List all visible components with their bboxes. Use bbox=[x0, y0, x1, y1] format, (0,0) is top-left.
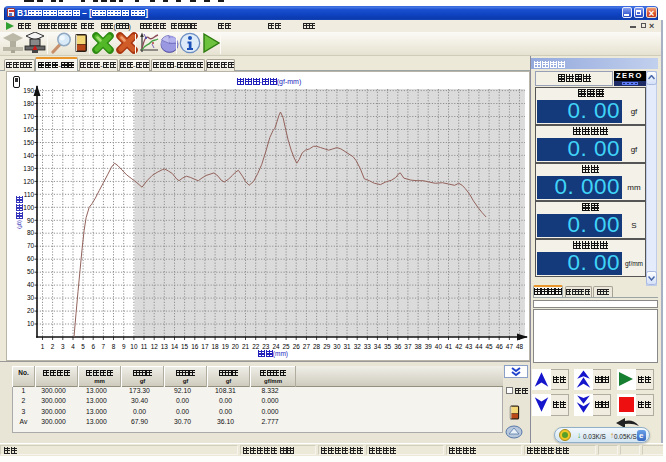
svg-text:38: 38 bbox=[415, 343, 423, 350]
svg-text:47: 47 bbox=[506, 343, 514, 350]
svg-text:9: 9 bbox=[122, 343, 126, 350]
svg-text:130: 130 bbox=[23, 165, 34, 172]
svg-text:43: 43 bbox=[465, 343, 473, 350]
svg-text:45: 45 bbox=[486, 343, 494, 350]
svg-text:34: 34 bbox=[374, 343, 382, 350]
svg-text:25: 25 bbox=[283, 343, 291, 350]
svg-text:30: 30 bbox=[27, 294, 35, 301]
svg-text:60: 60 bbox=[27, 255, 35, 262]
svg-text:37: 37 bbox=[404, 343, 412, 350]
svg-text:46: 46 bbox=[496, 343, 504, 350]
svg-text:70: 70 bbox=[27, 242, 35, 249]
svg-text:15: 15 bbox=[181, 343, 189, 350]
svg-text:4: 4 bbox=[71, 343, 75, 350]
svg-text:19: 19 bbox=[222, 343, 230, 350]
svg-text:150: 150 bbox=[23, 139, 34, 146]
svg-text:24: 24 bbox=[272, 343, 280, 350]
svg-text:13: 13 bbox=[161, 343, 169, 350]
svg-text:50: 50 bbox=[27, 268, 35, 275]
svg-text:120: 120 bbox=[23, 178, 34, 185]
svg-text:28: 28 bbox=[313, 343, 321, 350]
svg-text:41: 41 bbox=[445, 343, 453, 350]
svg-text:39: 39 bbox=[425, 343, 433, 350]
svg-text:90: 90 bbox=[27, 217, 35, 224]
svg-text:17: 17 bbox=[201, 343, 209, 350]
svg-text:110: 110 bbox=[24, 191, 35, 198]
svg-text:31: 31 bbox=[343, 343, 351, 350]
svg-text:22: 22 bbox=[252, 343, 260, 350]
svg-text:30: 30 bbox=[333, 343, 341, 350]
svg-text:48: 48 bbox=[516, 343, 524, 350]
svg-text:26: 26 bbox=[293, 343, 301, 350]
svg-text:27: 27 bbox=[303, 343, 311, 350]
svg-text:100: 100 bbox=[23, 204, 34, 211]
svg-text:18: 18 bbox=[212, 343, 220, 350]
svg-text:10: 10 bbox=[130, 343, 138, 350]
svg-text:21: 21 bbox=[242, 343, 250, 350]
svg-text:40: 40 bbox=[27, 281, 35, 288]
svg-text:140: 140 bbox=[23, 152, 34, 159]
svg-text:6: 6 bbox=[91, 343, 95, 350]
svg-text:5: 5 bbox=[81, 343, 85, 350]
svg-text:7: 7 bbox=[102, 343, 106, 350]
svg-text:10: 10 bbox=[27, 320, 35, 327]
svg-text:32: 32 bbox=[354, 343, 362, 350]
svg-text:36: 36 bbox=[394, 343, 402, 350]
svg-text:44: 44 bbox=[475, 343, 483, 350]
svg-text:40: 40 bbox=[435, 343, 443, 350]
svg-text:1: 1 bbox=[41, 343, 45, 350]
svg-text:8: 8 bbox=[112, 343, 116, 350]
svg-text:35: 35 bbox=[384, 343, 392, 350]
svg-text:170: 170 bbox=[23, 113, 34, 120]
svg-text:16: 16 bbox=[191, 343, 199, 350]
svg-text:20: 20 bbox=[27, 307, 35, 314]
svg-text:29: 29 bbox=[323, 343, 331, 350]
svg-text:20: 20 bbox=[232, 343, 240, 350]
svg-text:3: 3 bbox=[61, 343, 65, 350]
svg-text:33: 33 bbox=[364, 343, 372, 350]
svg-text:190: 190 bbox=[23, 87, 34, 94]
svg-text:160: 160 bbox=[23, 126, 34, 133]
svg-text:180: 180 bbox=[23, 100, 34, 107]
svg-text:2: 2 bbox=[51, 343, 55, 350]
svg-text:80: 80 bbox=[27, 229, 35, 236]
svg-text:23: 23 bbox=[262, 343, 270, 350]
svg-text:12: 12 bbox=[151, 343, 159, 350]
svg-text:11: 11 bbox=[141, 343, 148, 350]
svg-text:42: 42 bbox=[455, 343, 463, 350]
svg-text:14: 14 bbox=[171, 343, 179, 350]
